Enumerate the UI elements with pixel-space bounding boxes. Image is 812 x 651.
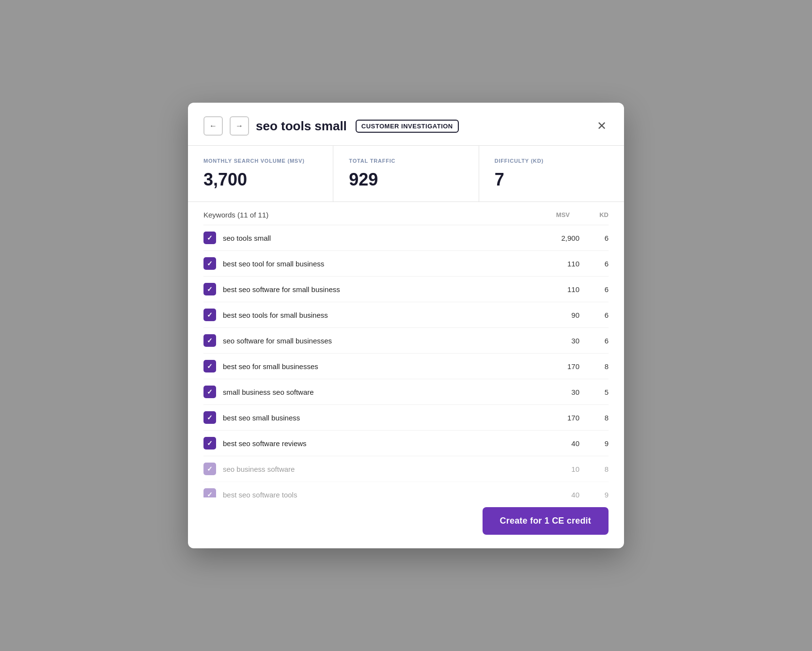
keyword-row: ✓best seo tool for small business1106 — [203, 251, 609, 277]
keyword-msv: 110 — [541, 285, 579, 294]
checkmark-icon: ✓ — [207, 491, 213, 497]
keyword-kd: 6 — [579, 311, 609, 319]
checkmark-icon: ✓ — [207, 388, 213, 395]
keyword-checkbox[interactable]: ✓ — [203, 386, 216, 398]
keyword-msv: 10 — [541, 465, 579, 473]
keyword-kd: 6 — [579, 260, 609, 268]
keyword-kd: 9 — [579, 439, 609, 448]
stat-msv-label: MONTHLY SEARCH VOLUME (MSV) — [203, 157, 317, 165]
keyword-row: ✓best seo software for small business110… — [203, 277, 609, 302]
keyword-msv: 30 — [541, 388, 579, 396]
keyword-kd: 6 — [579, 234, 609, 242]
keyword-checkbox[interactable]: ✓ — [203, 437, 216, 450]
stat-traffic-value: 929 — [349, 170, 463, 190]
checkmark-icon: ✓ — [207, 311, 213, 318]
stat-traffic-label: TOTAL TRAFFIC — [349, 157, 463, 165]
keyword-msv: 40 — [541, 491, 579, 497]
keywords-count: Keywords (11 of 11) — [203, 211, 531, 219]
forward-arrow-icon: → — [235, 122, 243, 130]
keyword-checkbox[interactable]: ✓ — [203, 334, 216, 347]
keyword-msv: 2,900 — [541, 234, 579, 242]
keyword-row: ✓best seo tools for small business906 — [203, 302, 609, 328]
stats-row: MONTHLY SEARCH VOLUME (MSV) 3,700 TOTAL … — [188, 145, 624, 202]
checkmark-icon: ✓ — [207, 286, 213, 293]
keyword-msv: 90 — [541, 311, 579, 319]
keywords-section: Keywords (11 of 11) MSV KD ✓seo tools sm… — [188, 202, 624, 497]
modal-title: seo tools small — [256, 119, 347, 134]
keyword-kd: 6 — [579, 285, 609, 294]
keyword-text: seo software for small businesses — [223, 337, 541, 345]
stat-difficulty-label: DIFFICULTY (KD) — [495, 157, 609, 165]
keyword-kd: 6 — [579, 337, 609, 345]
keyword-row: ✓seo business software108 — [203, 456, 609, 482]
close-icon: ✕ — [597, 119, 607, 132]
keyword-row: ✓best seo software tools409 — [203, 482, 609, 497]
stat-traffic: TOTAL TRAFFIC 929 — [333, 146, 479, 202]
keyword-text: best seo for small businesses — [223, 362, 541, 371]
keywords-list: ✓seo tools small2,9006✓best seo tool for… — [203, 225, 609, 497]
keyword-checkbox[interactable]: ✓ — [203, 360, 216, 372]
modal-footer: Create for 1 CE credit — [188, 497, 624, 548]
checkmark-icon: ✓ — [207, 234, 213, 241]
col-header-kd: KD — [570, 211, 609, 218]
checkmark-icon: ✓ — [207, 414, 213, 421]
close-button[interactable]: ✕ — [595, 118, 609, 134]
create-button[interactable]: Create for 1 CE credit — [483, 507, 609, 535]
keyword-text: best seo small business — [223, 414, 541, 422]
checkmark-icon: ✓ — [207, 363, 213, 370]
keyword-row: ✓best seo for small businesses1708 — [203, 354, 609, 379]
nav-forward-button[interactable]: → — [230, 116, 249, 136]
keyword-row: ✓seo tools small2,9006 — [203, 225, 609, 251]
keyword-text: seo tools small — [223, 234, 541, 242]
keyword-text: best seo software tools — [223, 491, 541, 497]
checkmark-icon: ✓ — [207, 465, 213, 472]
keyword-msv: 170 — [541, 362, 579, 371]
keyword-kd: 9 — [579, 491, 609, 497]
keyword-text: best seo software for small business — [223, 285, 541, 294]
keyword-row: ✓best seo software reviews409 — [203, 431, 609, 456]
keyword-checkbox[interactable]: ✓ — [203, 488, 216, 497]
keyword-checkbox[interactable]: ✓ — [203, 309, 216, 321]
keyword-msv: 30 — [541, 337, 579, 345]
customer-investigation-badge: CUSTOMER INVESTIGATION — [356, 120, 459, 133]
keyword-msv: 170 — [541, 414, 579, 422]
back-arrow-icon: ← — [209, 122, 217, 130]
keyword-checkbox[interactable]: ✓ — [203, 257, 216, 270]
modal-header: ← → seo tools small CUSTOMER INVESTIGATI… — [188, 103, 624, 145]
keyword-text: best seo software reviews — [223, 439, 541, 448]
keyword-row: ✓seo software for small businesses306 — [203, 328, 609, 354]
keyword-row: ✓small business seo software305 — [203, 379, 609, 405]
checkmark-icon: ✓ — [207, 337, 213, 344]
stat-difficulty-value: 7 — [495, 170, 609, 190]
keyword-kd: 8 — [579, 465, 609, 473]
stat-msv-value: 3,700 — [203, 170, 317, 190]
keywords-header: Keywords (11 of 11) MSV KD — [203, 202, 609, 225]
keyword-text: seo business software — [223, 465, 541, 473]
nav-back-button[interactable]: ← — [203, 116, 223, 136]
keyword-checkbox[interactable]: ✓ — [203, 463, 216, 475]
keyword-row: ✓best seo small business1708 — [203, 405, 609, 431]
stat-difficulty: DIFFICULTY (KD) 7 — [479, 146, 624, 202]
keyword-checkbox[interactable]: ✓ — [203, 283, 216, 295]
keyword-checkbox[interactable]: ✓ — [203, 411, 216, 424]
keyword-text: best seo tool for small business — [223, 260, 541, 268]
keyword-text: small business seo software — [223, 388, 541, 396]
keyword-text: best seo tools for small business — [223, 311, 541, 319]
checkmark-icon: ✓ — [207, 260, 213, 267]
keyword-kd: 8 — [579, 414, 609, 422]
checkmark-icon: ✓ — [207, 440, 213, 447]
col-header-msv: MSV — [531, 211, 570, 218]
keyword-msv: 40 — [541, 439, 579, 448]
stat-msv: MONTHLY SEARCH VOLUME (MSV) 3,700 — [188, 146, 333, 202]
modal: ← → seo tools small CUSTOMER INVESTIGATI… — [188, 103, 624, 548]
keyword-checkbox[interactable]: ✓ — [203, 232, 216, 244]
keyword-kd: 8 — [579, 362, 609, 371]
keyword-msv: 110 — [541, 260, 579, 268]
keyword-kd: 5 — [579, 388, 609, 396]
